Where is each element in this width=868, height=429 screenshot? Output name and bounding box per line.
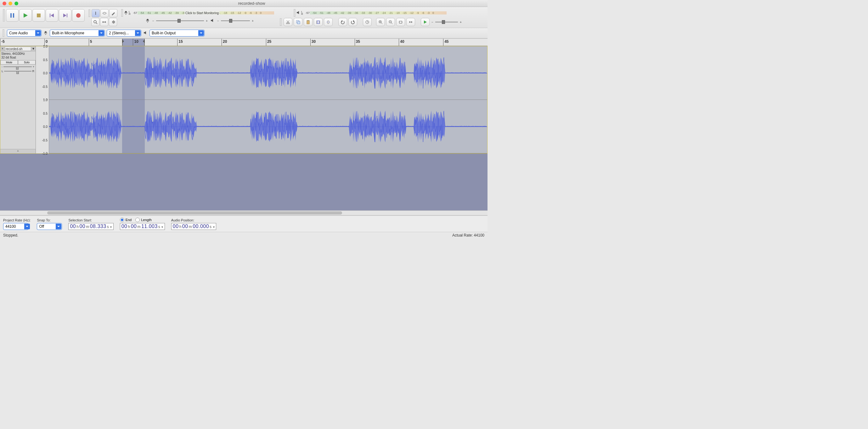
svg-marker-13 [102,21,103,23]
project-rate-select[interactable]: 44100 [3,223,28,230]
snap-to-select[interactable]: Off [37,223,62,230]
draw-tool[interactable] [109,9,117,17]
selection-start-field[interactable]: 00h 00m 08.333s▾ [68,223,113,230]
copy-button[interactable] [293,18,303,26]
track-gain-slider[interactable]: -+ [0,64,36,69]
svg-marker-14 [105,21,106,23]
minimize-window[interactable] [8,2,12,5]
recording-volume-slider[interactable]: −+ [152,18,208,24]
track-name[interactable]: recorded-sh [5,47,31,51]
selection-tool[interactable]: I [92,9,100,17]
timeline-ruler[interactable]: -505101520253035404550 [0,38,488,46]
track-control-panel: × recorded-sh ▼ Stereo, 44100Hz 32-bit f… [0,46,36,153]
waveform-area[interactable] [49,46,487,153]
recording-meter-toolbar: LR -57-54-51-48-45-42-39-36-33-30-27-24-… [120,8,277,25]
svg-rect-3 [37,13,40,17]
record-button[interactable] [72,9,85,22]
pause-button[interactable] [6,9,19,22]
fit-project-button[interactable] [406,18,415,26]
toolbar-grip[interactable] [280,18,282,26]
paste-button[interactable] [304,18,312,26]
toolbar-grip[interactable] [3,9,5,22]
silence-button[interactable] [324,18,333,26]
svg-point-10 [94,21,96,23]
stop-button[interactable] [32,9,45,22]
mute-button[interactable]: Mute [0,60,18,64]
svg-line-11 [96,23,97,24]
svg-point-55 [45,31,46,33]
transport-toolbar [2,8,86,23]
zoom-in-button[interactable] [376,18,385,26]
trim-button[interactable] [314,18,322,26]
track-close-button[interactable]: × [0,47,5,50]
playback-speed-slider[interactable]: −+ [431,19,462,25]
recording-meter[interactable]: LR -57-54-51-48-45-42-39-36-33-30-27-24-… [128,10,276,16]
toolbar-grip[interactable] [121,9,123,17]
speaker-icon [143,31,148,36]
track-menu-button[interactable]: ▼ [31,47,36,50]
status-bar: Stopped. Actual Rate: 44100 [0,232,488,238]
selection-toolbar: Project Rate (Hz): 44100 Snap To: Off Se… [0,216,488,232]
play-at-speed-button[interactable] [421,18,430,26]
toolbar-grip[interactable] [88,9,90,17]
speaker-icon [296,10,301,16]
skip-start-button[interactable] [45,9,58,22]
vertical-scale-right[interactable]: 1.00.50.0-0.5-1.0 [36,100,49,153]
mic-icon [146,18,150,23]
svg-point-8 [76,13,81,18]
mic-icon [124,10,128,16]
svg-marker-20 [211,19,213,22]
playback-volume-slider[interactable]: −+ [217,18,254,24]
track-collapse-button[interactable]: ▲ [0,149,36,153]
undo-button[interactable] [338,18,347,26]
window-title: recorded-show [18,1,485,6]
end-radio[interactable]: End [120,218,132,222]
audio-position-field[interactable]: 00h 00m 00.000s▾ [171,223,216,230]
sync-lock-button[interactable] [363,18,372,26]
project-rate-label: Project Rate (Hz): [3,218,31,222]
svg-text:✻: ✻ [112,20,115,24]
redo-button[interactable] [348,18,357,26]
tools-toolbar: I ✻ [88,8,118,27]
audio-position-label: Audio Position: [171,218,216,222]
status-left: Stopped. [3,233,18,237]
selection-end-field[interactable]: 00h 00m 11.003s▾ [120,223,165,230]
waveform-channel-right[interactable] [49,100,487,153]
cut-button[interactable] [284,18,292,26]
track-pan-slider[interactable]: LR [0,69,36,74]
close-window[interactable] [2,2,6,5]
svg-rect-7 [67,13,67,17]
svg-point-23 [288,23,289,24]
length-radio[interactable]: Length [135,218,152,222]
playback-meter[interactable]: LR -57-54-51-48-45-42-39-36-33-30-27-24-… [301,10,448,16]
zoom-window[interactable] [14,2,18,5]
playback-device-select[interactable]: Built-in Output [150,30,205,36]
envelope-tool[interactable] [100,9,108,17]
toolbar-grip[interactable] [293,9,296,17]
snap-to-label: Snap To: [37,218,62,222]
empty-track-area[interactable] [0,154,488,210]
svg-line-47 [391,23,393,24]
track-format-info: Stereo, 44100Hz 32-bit float [0,51,36,60]
skip-end-button[interactable] [59,9,71,22]
svg-rect-1 [13,13,14,18]
toolbar-grip[interactable] [2,29,4,37]
svg-point-22 [286,23,288,24]
play-button[interactable] [19,9,32,22]
audio-host-select[interactable]: Core Audio [7,30,41,36]
device-toolbar: Core Audio Built-in Microphone 2 (Stereo… [0,28,488,38]
svg-marker-57 [144,31,146,34]
svg-marker-54 [424,21,427,24]
timeshift-tool[interactable] [100,18,108,26]
svg-line-44 [381,23,382,24]
recording-channels-select[interactable]: 2 (Stereo)... [107,30,141,36]
recording-device-select[interactable]: Built-in Microphone [50,30,105,36]
zoom-tool[interactable] [91,18,99,26]
fit-selection-button[interactable] [396,18,405,26]
zoom-out-button[interactable] [386,18,395,26]
horizontal-scrollbar[interactable] [0,210,488,216]
solo-button[interactable]: Solo [18,60,36,64]
vertical-scale-left[interactable]: 1.00.50.0-0.5-1.0 [36,46,49,100]
multi-tool[interactable]: ✻ [109,18,117,26]
waveform-channel-left[interactable] [49,46,487,100]
